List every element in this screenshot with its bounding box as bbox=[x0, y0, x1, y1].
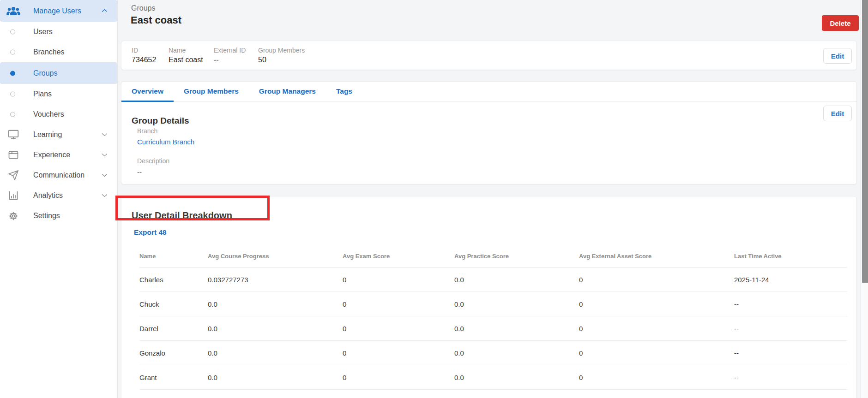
value-cell: 0 bbox=[343, 365, 454, 390]
sidebar-item-label: Communication bbox=[33, 171, 84, 179]
value-cell: 0 bbox=[343, 390, 454, 398]
value-cell: 0.0 bbox=[208, 365, 343, 390]
table-row: Grant0.000.00-- bbox=[139, 365, 847, 390]
value-cell: 2025-11-24 bbox=[734, 267, 847, 292]
value-cell: 0.0 bbox=[454, 316, 579, 341]
sidebar-item-analytics[interactable]: Analytics bbox=[0, 185, 117, 206]
send-icon bbox=[6, 169, 21, 181]
tab-tags[interactable]: Tags bbox=[326, 82, 362, 101]
value-cell: 0 bbox=[343, 267, 454, 292]
field-value: 734652 bbox=[132, 56, 169, 64]
page-title: East coast bbox=[131, 14, 181, 26]
selected-dot-icon bbox=[10, 71, 15, 76]
table-row: Charles0.03272727300.002025-11-24 bbox=[139, 267, 847, 292]
sidebar-item-communication[interactable]: Communication bbox=[0, 165, 117, 185]
value-cell: 0 bbox=[343, 316, 454, 341]
user-name-cell: Grant bbox=[139, 365, 208, 390]
chevron-down-icon bbox=[101, 131, 109, 139]
sidebar-item-label: Learning bbox=[33, 131, 62, 139]
summary-edit-button[interactable]: Edit bbox=[823, 48, 852, 64]
column-header: Avg Course Progress bbox=[208, 245, 343, 267]
window-icon bbox=[6, 149, 21, 161]
detail-field-description: Description-- bbox=[137, 157, 194, 176]
value-cell: 0.0 bbox=[208, 292, 343, 316]
monitor-icon bbox=[6, 129, 21, 141]
value-cell: -- bbox=[734, 390, 847, 398]
value-cell: 0 bbox=[343, 341, 454, 365]
sidebar-item-learning[interactable]: Learning bbox=[0, 125, 117, 145]
field-value: 50 bbox=[258, 56, 305, 64]
breadcrumb[interactable]: Groups bbox=[131, 4, 155, 12]
value-cell: 0 bbox=[579, 390, 734, 398]
column-header: Last Time Active bbox=[734, 245, 847, 267]
radio-circle-icon bbox=[10, 92, 15, 97]
group-details-edit-button[interactable]: Edit bbox=[823, 106, 852, 121]
value-cell: 0.0 bbox=[454, 390, 579, 398]
table-row: Darrel0.000.00-- bbox=[139, 316, 847, 341]
radio-circle-icon bbox=[10, 30, 15, 35]
sidebar-item-experience[interactable]: Experience bbox=[0, 145, 117, 165]
user-detail-breakdown-heading: User Detail Breakdown bbox=[132, 210, 232, 221]
detail-field-branch: BranchCurriculum Branch bbox=[137, 127, 194, 146]
radio-circle-icon bbox=[10, 112, 15, 117]
value-cell: -- bbox=[734, 365, 847, 390]
sidebar-item-label: Groups bbox=[33, 69, 57, 77]
column-header: Avg Exam Score bbox=[343, 245, 454, 267]
tab-overview[interactable]: Overview bbox=[121, 82, 174, 101]
field-value: East coast bbox=[169, 56, 214, 64]
summary-field-external-id: External ID-- bbox=[214, 47, 258, 64]
branch-link[interactable]: Curriculum Branch bbox=[137, 138, 194, 146]
scrollbar-thumb[interactable] bbox=[862, 0, 868, 283]
value-cell: 0 bbox=[579, 292, 734, 316]
sidebar-item-label: Manage Users bbox=[33, 7, 81, 15]
export-link[interactable]: Export 48 bbox=[134, 228, 167, 237]
chevron-up-icon bbox=[101, 7, 109, 15]
bar-chart-icon bbox=[6, 190, 21, 202]
sidebar-item-label: Settings bbox=[33, 212, 60, 220]
field-label: External ID bbox=[214, 47, 258, 54]
group-summary-card: ID734652NameEast coastExternal ID--Group… bbox=[121, 41, 857, 70]
sidebar-item-label: Analytics bbox=[33, 191, 63, 200]
value-cell: 0.0 bbox=[454, 267, 579, 292]
value-cell: 0.0 bbox=[454, 292, 579, 316]
sidebar-item-groups[interactable]: Groups bbox=[0, 62, 117, 84]
tab-bar: OverviewGroup MembersGroup ManagersTags bbox=[121, 82, 856, 101]
user-name-cell: Darrel bbox=[139, 316, 208, 341]
sidebar-item-manage-users[interactable]: Manage Users bbox=[0, 0, 117, 22]
field-label: Branch bbox=[137, 127, 194, 135]
sidebar-item-users[interactable]: Users bbox=[0, 22, 117, 42]
value-cell: -- bbox=[734, 341, 847, 365]
field-label: Group Members bbox=[258, 47, 305, 54]
column-header: Name bbox=[139, 245, 208, 267]
value-cell: 0 bbox=[579, 316, 734, 341]
tab-group-managers[interactable]: Group Managers bbox=[249, 82, 326, 101]
sidebar-item-settings[interactable]: Settings bbox=[0, 206, 117, 226]
sidebar-item-plans[interactable]: Plans bbox=[0, 84, 117, 104]
page-scrollbar[interactable] bbox=[861, 0, 868, 398]
table-header-row: NameAvg Course ProgressAvg Exam ScoreAvg… bbox=[139, 245, 847, 267]
value-cell: 0 bbox=[579, 341, 734, 365]
user-breakdown-table: NameAvg Course ProgressAvg Exam ScoreAvg… bbox=[139, 245, 847, 398]
sidebar-item-vouchers[interactable]: Vouchers bbox=[0, 104, 117, 125]
table-row: H0.000.00-- bbox=[139, 390, 847, 398]
user-name-cell: H bbox=[139, 390, 208, 398]
value-cell: 0 bbox=[579, 365, 734, 390]
user-name-cell: Gonzalo bbox=[139, 341, 208, 365]
group-details-fields: BranchCurriculum BranchDescription-- bbox=[137, 127, 194, 176]
value-cell: 0.0 bbox=[454, 341, 579, 365]
column-header: Avg External Asset Score bbox=[579, 245, 734, 267]
field-label: ID bbox=[132, 47, 169, 54]
sidebar: Manage UsersUsersBranchesGroupsPlansVouc… bbox=[0, 0, 118, 398]
delete-button[interactable]: Delete bbox=[822, 15, 859, 31]
sidebar-item-label: Users bbox=[33, 28, 53, 36]
chevron-down-icon bbox=[101, 151, 109, 159]
field-value: -- bbox=[137, 168, 194, 176]
table-row: Chuck0.000.00-- bbox=[139, 292, 847, 316]
value-cell: -- bbox=[734, 292, 847, 316]
user-name-cell: Charles bbox=[139, 267, 208, 292]
tab-group-members[interactable]: Group Members bbox=[174, 82, 249, 101]
sidebar-item-branches[interactable]: Branches bbox=[0, 42, 117, 62]
table-row: Gonzalo0.000.00-- bbox=[139, 341, 847, 365]
people-icon bbox=[6, 5, 21, 17]
group-details-heading: Group Details bbox=[132, 116, 189, 126]
